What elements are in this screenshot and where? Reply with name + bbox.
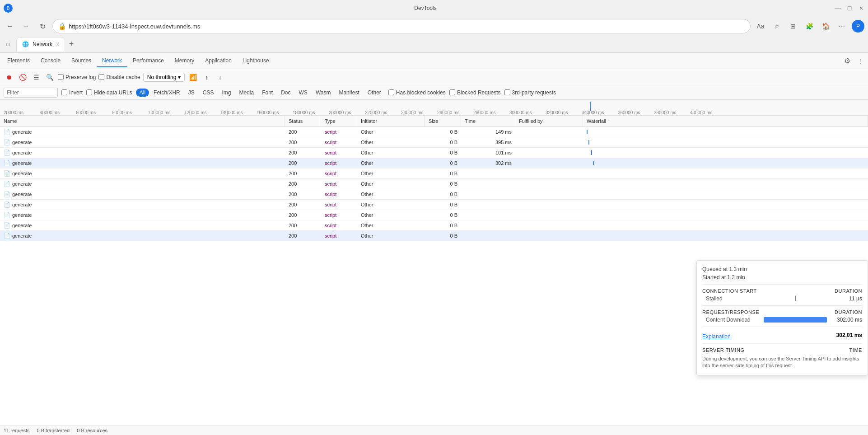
minimize-button[interactable]: — (835, 5, 841, 11)
blocked-requests-label[interactable]: Blocked Requests (449, 89, 501, 96)
invert-checkbox[interactable] (61, 89, 67, 95)
download-button[interactable]: ↓ (215, 72, 225, 83)
table-row[interactable]: 📄generate 200 script Other 0 B (0, 200, 868, 210)
third-party-label[interactable]: 3rd-party requests (504, 89, 556, 96)
table-row[interactable]: 📄generate 200 script Other 0 B (0, 179, 868, 189)
table-row[interactable]: 📄generate 200 script Other 0 B (0, 220, 868, 231)
cell-type: script (321, 189, 357, 199)
table-row-last[interactable]: 📄generate 200 script Other 0 B (0, 231, 868, 241)
back-button[interactable]: ← (4, 20, 16, 33)
col-header-type[interactable]: Type (321, 116, 357, 126)
cell-waterfall (583, 168, 868, 178)
col-header-waterfall[interactable]: Waterfall ↑ (583, 116, 868, 126)
wifi-button[interactable]: 📶 (187, 72, 198, 83)
address-bar[interactable]: 🔒 https://1ft0s0w3-11434-inspect.euw.dev… (52, 19, 751, 33)
refresh-button[interactable]: ↻ (36, 20, 49, 33)
table-row-selected[interactable]: 📄 generate 200 script Other 0 B 302 ms (0, 158, 868, 168)
table-row[interactable]: 📄 generate 200 script Other 0 B 395 ms (0, 137, 868, 148)
cell-type: script (321, 179, 357, 189)
tab-sources[interactable]: Sources (66, 55, 97, 67)
sidebar-button[interactable]: 🏠 (819, 20, 832, 33)
tab-network[interactable]: Network (97, 55, 127, 67)
filter-tab-manifest[interactable]: Manifest (335, 89, 363, 97)
filter-tab-img[interactable]: Img (218, 89, 234, 97)
col-header-size[interactable]: Size (425, 116, 461, 126)
explanation-link[interactable]: Explanation (702, 333, 731, 340)
forward-button[interactable]: → (20, 20, 33, 33)
filter-tab-ws[interactable]: WS (295, 89, 311, 97)
workspaces-button[interactable]: □ (4, 40, 13, 49)
filter-tab-all[interactable]: All (136, 89, 149, 97)
blocked-cookies-label[interactable]: Has blocked cookies (388, 89, 446, 96)
devtools-more-button[interactable]: ⋮ (855, 56, 866, 66)
cell-initiator-3: Other (357, 148, 425, 158)
network-table[interactable]: Name Status Type Initiator Size Time Ful… (0, 116, 868, 426)
filter-tab-doc[interactable]: Doc (277, 89, 294, 97)
divider-3 (702, 327, 862, 327)
timing-total-row: Explanation 302.01 ms (702, 331, 862, 340)
devtools-settings-button[interactable]: ⚙ (841, 55, 854, 67)
reader-mode-button[interactable]: Aa (754, 20, 767, 33)
filter-tab-media[interactable]: Media (235, 89, 257, 97)
col-header-initiator[interactable]: Initiator (357, 116, 425, 126)
tab-memory[interactable]: Memory (169, 55, 200, 67)
filter-tab-css[interactable]: CSS (199, 89, 218, 97)
maximize-button[interactable]: □ (846, 5, 853, 11)
blocked-cookies-checkbox[interactable] (388, 89, 394, 95)
tab-performance[interactable]: Performance (127, 55, 169, 67)
record-button[interactable]: ⏺ (4, 72, 14, 83)
filter-tab-font[interactable]: Font (258, 89, 276, 97)
favorites-button[interactable]: ☆ (770, 20, 783, 33)
preserve-log-label[interactable]: Preserve log (58, 74, 96, 80)
table-row[interactable]: 📄generate 200 script Other 0 B (0, 189, 868, 200)
filter-tab-js[interactable]: JS (185, 89, 198, 97)
disable-cache-checkbox[interactable] (98, 74, 104, 80)
col-fulfilled-label: Fulfilled by (519, 118, 543, 124)
disable-cache-label[interactable]: Disable cache (98, 74, 140, 80)
cell-status-3: 200 (285, 148, 321, 158)
throttle-select[interactable]: No throttling ▾ (143, 73, 185, 82)
more-button[interactable]: ⋯ (835, 20, 848, 33)
cell-status-4: 200 (285, 158, 321, 168)
close-window-button[interactable]: × (858, 5, 864, 11)
invert-label[interactable]: Invert (61, 89, 83, 96)
col-header-fulfilled[interactable]: Fulfilled by (515, 116, 583, 126)
timeline-label-15: 300000 ms (509, 110, 546, 115)
cell-size-4: 0 B (425, 158, 461, 168)
tab-close-button[interactable]: × (56, 41, 59, 47)
hide-data-urls-label[interactable]: Hide data URLs (86, 89, 132, 96)
filter-button[interactable]: ☰ (31, 72, 42, 83)
table-row[interactable]: 📄 generate 200 script Other 0 B 149 ms (0, 127, 868, 137)
blocked-requests-checkbox[interactable] (449, 89, 455, 95)
tab-elements[interactable]: Elements (2, 55, 35, 67)
tab-application[interactable]: Application (200, 55, 237, 67)
filter-tab-other[interactable]: Other (364, 89, 385, 97)
collections-button[interactable]: ⊞ (787, 20, 799, 33)
col-header-status[interactable]: Status (285, 116, 321, 126)
tab-lighthouse[interactable]: Lighthouse (237, 55, 275, 67)
filter-input[interactable] (4, 88, 58, 98)
profile-button[interactable]: P (852, 20, 864, 33)
cell-fulfilled (515, 179, 583, 189)
search-button[interactable]: 🔍 (44, 72, 55, 83)
col-header-name[interactable]: Name (0, 116, 285, 126)
filter-tab-wasm[interactable]: Wasm (312, 89, 335, 97)
table-row[interactable]: 📄generate 200 script Other 0 B (0, 210, 868, 220)
tab-console[interactable]: Console (35, 55, 66, 67)
window-controls: — □ × (835, 5, 864, 11)
upload-button[interactable]: ↑ (201, 72, 212, 83)
duration-label-2: DURATION (835, 309, 862, 315)
filter-tab-fetch[interactable]: Fetch/XHR (150, 89, 184, 97)
third-party-checkbox[interactable] (504, 89, 510, 95)
table-row[interactable]: 📄 generate 200 script Other 0 B 101 ms (0, 148, 868, 158)
clear-button[interactable]: 🚫 (17, 72, 28, 83)
extensions-button[interactable]: 🧩 (803, 20, 816, 33)
timeline-labels: 20000 ms 40000 ms 60000 ms 80000 ms 1000… (0, 110, 868, 115)
col-header-time[interactable]: Time (461, 116, 515, 126)
browser-tab-network[interactable]: 🌐 Network × (16, 37, 65, 51)
table-row[interactable]: 📄generate 200 script Other 0 B (0, 168, 868, 179)
hide-data-urls-checkbox[interactable] (86, 89, 92, 95)
new-tab-button[interactable]: + (65, 38, 78, 51)
preserve-log-checkbox[interactable] (58, 74, 64, 80)
cell-waterfall-1 (583, 127, 868, 137)
